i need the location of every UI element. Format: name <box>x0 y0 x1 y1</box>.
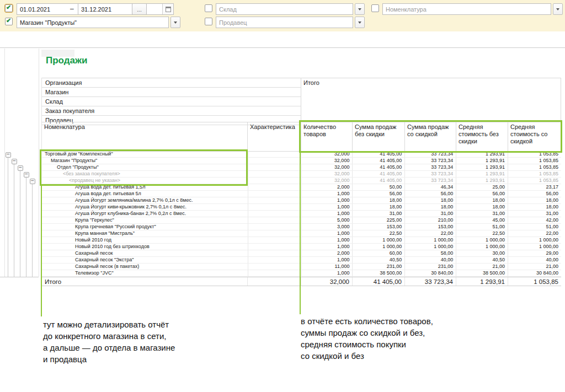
table-row[interactable]: Крупа манная "Мистраль"1,00022,5022,0022… <box>42 230 561 237</box>
grouping-labels: Организация Магазин Склад Заказ покупате… <box>41 78 301 125</box>
row-label: Телевизор "JVC" <box>42 270 248 276</box>
row-value: 225,00 <box>352 217 404 223</box>
row-label: Сахарный песок (в пакетах) <box>42 264 248 270</box>
row-value: 41 405,00 <box>352 171 404 177</box>
table-row[interactable]: Агуша Йогурт земляника/малина 2,7% 0,1л … <box>42 197 561 204</box>
row-value: 30 840,00 <box>508 270 561 276</box>
column-headers: Номенклатура Характеристика Количество т… <box>41 122 562 152</box>
nomenclature-dropdown-button[interactable] <box>553 3 563 15</box>
row-value: 41 405,00 <box>352 151 404 157</box>
grand-total-row[interactable]: Итого 32,000 41 405,00 33 723,34 1 293,9… <box>41 277 561 286</box>
row-characteristic <box>248 158 301 164</box>
table-row[interactable]: Магазин "Продукты"32,00041 405,0033 723,… <box>42 158 561 164</box>
row-label: Магазин "Продукты" <box>42 158 248 164</box>
seller-dropdown-button[interactable] <box>355 17 365 28</box>
row-value: 32,000 <box>301 151 352 157</box>
total-value: 1 293,91 <box>456 277 508 286</box>
collapse-group-button[interactable] <box>30 179 35 184</box>
table-row[interactable]: <без заказа покупателя>32,00041 405,0033… <box>42 171 561 178</box>
date-to-input[interactable] <box>78 4 162 14</box>
table-row[interactable]: <продавец не указан>32,00041 405,0033 72… <box>42 178 561 184</box>
group-row-store: Магазин <box>42 88 301 97</box>
collapse-group-button[interactable] <box>6 152 11 158</box>
chevron-down-icon <box>556 8 559 10</box>
collapse-group-button[interactable] <box>12 159 17 164</box>
chevron-down-icon <box>358 22 361 24</box>
table-row[interactable]: Отдел "Продукты"32,00041 405,0033 723,34… <box>42 164 561 171</box>
seller-checkbox[interactable] <box>205 18 212 25</box>
nomenclature-checkbox[interactable] <box>371 4 379 12</box>
table-row[interactable]: Новый 2010 год без штрихкодов1,0001 000,… <box>42 244 561 250</box>
store-checkbox[interactable] <box>5 18 13 25</box>
row-value: 32,000 <box>301 178 353 184</box>
period-checkbox[interactable] <box>5 4 13 12</box>
table-row[interactable]: Крупа "Геркулес"5,000225,00210,0045,0042… <box>42 217 561 224</box>
table-row[interactable]: Сахарный песок "Экстра"1,00040,5040,0040… <box>42 257 561 264</box>
table-row[interactable]: Торговый дом "Комплексный"32,00041 405,0… <box>42 151 561 158</box>
table-row[interactable]: Агуша вода дет. питьевая 1,5л2,00050,004… <box>42 184 561 191</box>
warehouse-dropdown-button[interactable] <box>355 3 365 15</box>
store-input[interactable] <box>17 17 169 28</box>
row-label: Агуша вода дет. питьевая 5л <box>42 191 248 197</box>
row-value: 32,000 <box>301 164 353 170</box>
chevron-down-icon <box>174 22 177 24</box>
row-label: Крупа манная "Мистраль" <box>42 230 248 237</box>
row-value: 18,00 <box>456 204 508 210</box>
table-row[interactable]: Сахарный песок2,00060,0058,0030,0029,00 <box>42 250 561 257</box>
table-row[interactable]: Крупа гречневая "Русский продукт"3,00015… <box>42 224 561 230</box>
row-label: Торговый дом "Комплексный" <box>42 151 248 157</box>
warehouse-input[interactable] <box>216 3 353 15</box>
total-characteristic <box>247 277 301 286</box>
annotation-leader-right <box>300 153 301 314</box>
row-value: 2,000 <box>301 184 353 190</box>
row-value: 30,00 <box>456 250 508 256</box>
warehouse-checkbox[interactable] <box>205 4 212 12</box>
table-row[interactable]: Агуша Йогурт киви-крыжовник 2,7% 0,1л с … <box>42 204 561 211</box>
collapse-group-button[interactable] <box>18 165 23 171</box>
row-value: 50,00 <box>352 184 404 190</box>
tree-line <box>32 184 33 277</box>
row-value: 56,00 <box>404 191 456 197</box>
row-value: 1,000 <box>301 244 353 250</box>
row-value: 23,17 <box>508 184 561 190</box>
row-characteristic <box>248 230 301 237</box>
row-value: 56,00 <box>508 191 561 197</box>
table-row[interactable]: Агуша Йогурт клубника-банан 2,7% 0,2л с … <box>42 211 561 217</box>
row-value: 22,50 <box>352 230 404 237</box>
row-value: 18,00 <box>352 197 404 203</box>
header-sum-discount: Сумма продаж со скидкой <box>405 122 456 152</box>
row-label: Отдел "Продукты" <box>42 164 248 170</box>
collapse-group-button[interactable] <box>24 172 29 178</box>
row-value: 41 405,00 <box>352 164 404 170</box>
row-value: 31,00 <box>404 211 456 217</box>
row-characteristic <box>248 237 301 243</box>
period-more-button[interactable]: ... <box>132 3 147 15</box>
row-value: 31,00 <box>352 211 404 217</box>
row-characteristic <box>248 197 301 203</box>
row-value: 1 000,00 <box>508 244 561 250</box>
row-value: 5,000 <box>301 217 353 223</box>
row-characteristic <box>248 204 301 210</box>
total-value: 33 723,34 <box>404 277 456 286</box>
row-value: 40,00 <box>508 257 561 263</box>
row-value: 1 293,91 <box>456 164 508 170</box>
row-characteristic <box>248 217 301 223</box>
row-value: 22,50 <box>456 230 508 237</box>
seller-input[interactable] <box>216 17 353 28</box>
row-value: 1 000,00 <box>352 244 404 250</box>
row-value: 1 000,00 <box>404 244 456 250</box>
calendar-icon[interactable] <box>162 4 173 14</box>
nomenclature-input[interactable] <box>382 3 551 15</box>
row-value: 33 723,34 <box>404 178 456 184</box>
table-row[interactable]: Агуша вода дет. питьевая 5л1,00056,0056,… <box>42 191 561 197</box>
row-value: 33 723,34 <box>404 151 456 157</box>
row-value: 33 723,34 <box>404 171 456 177</box>
table-row[interactable]: Сахарный песок (в пакетах)11,000231,0023… <box>42 264 561 270</box>
row-characteristic <box>248 264 301 270</box>
row-characteristic <box>248 178 301 184</box>
row-value: 1 000,00 <box>456 244 508 250</box>
table-row[interactable]: Новый 2010 год1,0001 000,001 000,001 000… <box>42 237 561 244</box>
gutter-line <box>39 49 39 277</box>
store-dropdown-button[interactable] <box>170 17 180 28</box>
table-row[interactable]: Телевизор "JVC"1,00038 500,0030 840,0038… <box>42 270 561 277</box>
